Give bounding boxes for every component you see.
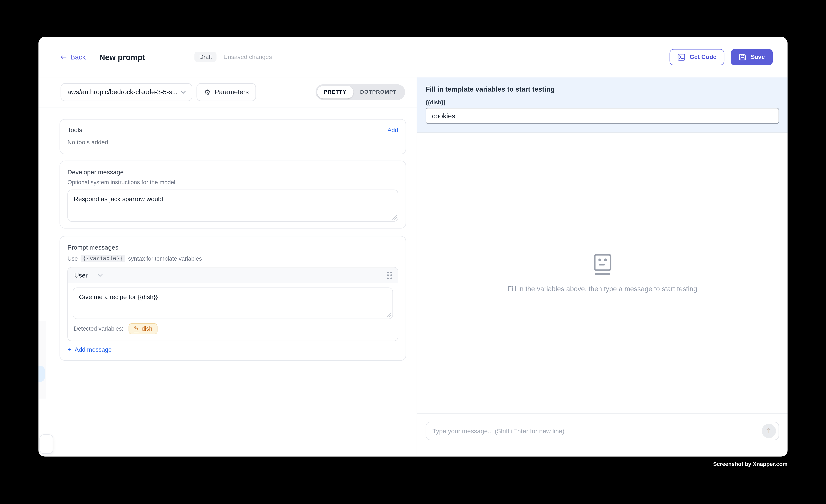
message-textarea[interactable]: Give me a recipe for {{dish}} (73, 288, 393, 319)
chevron-down-icon (181, 90, 186, 94)
plus-icon: + (68, 346, 71, 353)
chat-message-input[interactable] (432, 427, 762, 435)
toggle-dotprompt[interactable]: DOTPROMPT (353, 86, 403, 98)
test-empty-state: Fill in the variables above, then type a… (417, 133, 787, 414)
status-badge: Draft (194, 52, 217, 62)
screenshot-canvas: ← Back New prompt Draft Unsaved changes … (0, 0, 826, 504)
watermark: Screenshot by Xnapper.com (0, 461, 787, 467)
resize-handle-icon[interactable] (392, 215, 397, 219)
variable-chip-label: dish (142, 325, 153, 332)
hint-suffix: syntax for template variables (128, 255, 202, 262)
message-header: User (68, 267, 398, 284)
resize-handle-icon[interactable] (387, 312, 392, 317)
tools-card: Tools + Add No tools added (60, 119, 406, 154)
variable-value-input[interactable] (426, 108, 779, 124)
chevron-down-icon[interactable] (98, 273, 103, 277)
add-message-label: Add message (75, 346, 112, 353)
parameters-label: Parameters (215, 88, 249, 96)
prompt-messages-card: Prompt messages Use {{variable}} syntax … (60, 236, 406, 361)
test-panel-title: Fill in template variables to start test… (426, 85, 779, 93)
toggle-pretty[interactable]: PRETTY (317, 86, 353, 98)
empty-state-text: Fill in the variables above, then type a… (508, 285, 697, 293)
save-button[interactable]: Save (731, 49, 773, 65)
tools-card-header: Tools + Add (67, 126, 398, 134)
sidebar-selected-item[interactable] (39, 366, 45, 382)
page-title: New prompt (99, 52, 145, 61)
editor-content: Tools + Add No tools added Developer mes… (39, 107, 417, 360)
developer-message-card: Developer message Optional system instru… (60, 161, 406, 229)
composer: ↑ (417, 414, 787, 456)
detected-variables-row: Detected variables: ✎ dish (74, 323, 392, 334)
parameters-button[interactable]: ⚙ Parameters (196, 83, 256, 101)
add-tool-label: Add (388, 127, 398, 133)
view-mode-toggle: PRETTY DOTPROMPT (315, 84, 405, 100)
message-role-select[interactable]: User (74, 271, 88, 279)
get-code-label: Get Code (690, 54, 716, 60)
editor-toolbar: aws/anthropic/bedrock-claude-3-5-s... ⚙ … (39, 77, 417, 107)
detected-variables-label: Detected variables: (74, 325, 123, 332)
test-pane: Fill in template variables to start test… (417, 77, 787, 456)
developer-message-subtitle: Optional system instructions for the mod… (67, 179, 398, 185)
send-button[interactable]: ↑ (762, 424, 776, 438)
model-select-value: aws/anthropic/bedrock-claude-3-5-s... (67, 88, 181, 96)
terminal-icon (677, 53, 686, 61)
prompt-messages-title: Prompt messages (67, 244, 398, 251)
hint-prefix: Use (67, 255, 78, 262)
composer-box: ↑ (426, 422, 779, 440)
get-code-button[interactable]: Get Code (670, 49, 724, 65)
add-tool-button[interactable]: + Add (381, 127, 398, 133)
variable-chip-dish[interactable]: ✎ dish (129, 323, 158, 334)
back-button[interactable]: ← Back (61, 53, 86, 61)
unsaved-changes-label: Unsaved changes (223, 54, 272, 60)
developer-message-textarea[interactable]: Respond as jack sparrow would (67, 190, 398, 222)
developer-message-wrapper: Respond as jack sparrow would (67, 190, 398, 222)
header-actions: Get Code Save (670, 49, 773, 65)
message-block: User Give me a recipe for {{dish}} (67, 267, 398, 341)
header: ← Back New prompt Draft Unsaved changes … (39, 37, 787, 77)
arrow-up-icon: ↑ (766, 427, 772, 435)
template-syntax-hint: Use {{variable}} syntax for template var… (67, 255, 398, 262)
body: aws/anthropic/bedrock-claude-3-5-s... ⚙ … (39, 77, 787, 456)
variable-syntax-chip: {{variable}} (80, 255, 125, 262)
message-body: Give me a recipe for {{dish}} Detected v… (68, 284, 398, 340)
sidebar-sliver (39, 321, 46, 398)
tools-empty-text: No tools added (67, 139, 398, 145)
gear-icon: ⚙ (204, 88, 211, 97)
edit-icon: ✎ (134, 325, 138, 332)
app-window: ← Back New prompt Draft Unsaved changes … (39, 37, 787, 456)
robot-face-icon (593, 253, 611, 276)
tools-title: Tools (67, 126, 82, 134)
back-arrow-icon: ← (61, 53, 67, 61)
add-message-button[interactable]: + Add message (68, 346, 398, 353)
back-label: Back (70, 53, 85, 61)
save-label: Save (751, 54, 765, 60)
corner-panel (40, 434, 53, 454)
save-icon (739, 53, 747, 61)
prompt-editor-pane: aws/anthropic/bedrock-claude-3-5-s... ⚙ … (39, 77, 417, 456)
plus-icon: + (381, 127, 385, 133)
message-textarea-wrapper: Give me a recipe for {{dish}} (73, 288, 393, 319)
model-select[interactable]: aws/anthropic/bedrock-claude-3-5-s... (61, 83, 192, 101)
test-variables-header: Fill in template variables to start test… (417, 77, 787, 133)
developer-message-title: Developer message (67, 169, 398, 176)
variable-name-label: {{dish}} (426, 99, 779, 106)
drag-handle-icon[interactable] (387, 271, 392, 279)
